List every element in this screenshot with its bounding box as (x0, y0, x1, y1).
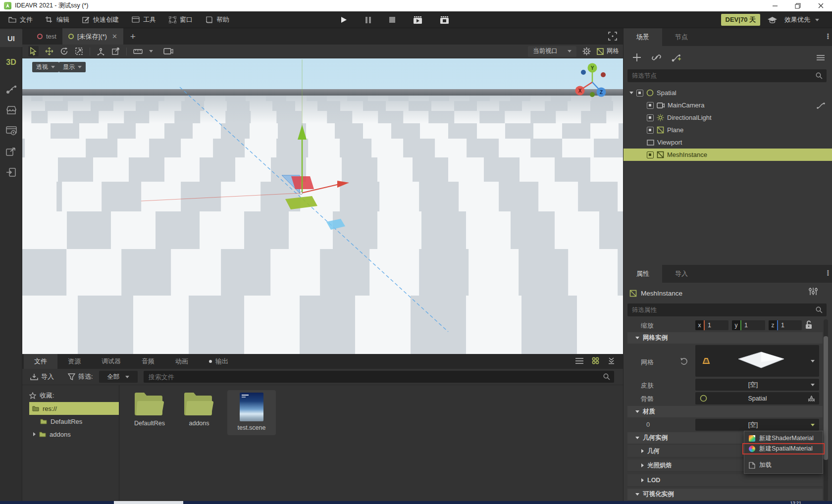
camera-preview-button[interactable] (163, 48, 173, 54)
menu-item-new-spatialmaterial[interactable]: 新建SpatialMaterial (744, 444, 823, 454)
dock-tab-output[interactable]: 输出 (199, 354, 239, 369)
instance-scene-link-icon[interactable] (652, 53, 661, 61)
display-dropdown[interactable]: 显示 (59, 62, 86, 72)
file-tile-defaultres[interactable]: DefaultRes (128, 390, 171, 427)
tab-unsaved[interactable]: [未保存](*) ✕ (62, 28, 123, 45)
ruler-dropdown-caret[interactable] (149, 50, 153, 52)
import-files-button[interactable]: 导入 (30, 372, 54, 381)
panel-menu-icon[interactable]: ••• (827, 270, 829, 276)
project-settings-button[interactable] (0, 120, 22, 141)
menu-tools[interactable]: 工具 (125, 11, 162, 28)
mode-ui-button[interactable]: UI (0, 29, 22, 47)
tab-properties[interactable]: 属性 (624, 265, 662, 283)
asset-store-button[interactable] (0, 100, 22, 120)
tree-item-res-root[interactable]: res:// (22, 402, 119, 415)
visibility-toggle[interactable] (647, 102, 654, 109)
scene-menu-icon[interactable] (817, 54, 825, 61)
collapsed-arrow-icon[interactable] (33, 432, 36, 436)
scrollbar-thumb[interactable] (824, 336, 828, 460)
play-scene-button[interactable] (414, 16, 422, 24)
favorites-item[interactable]: 收藏: (22, 389, 119, 402)
tree-node-plane[interactable]: Plane (624, 124, 832, 136)
filter-type-dropdown[interactable]: 全部 (99, 371, 138, 383)
node-graph-button[interactable] (0, 79, 22, 100)
selected-root-row[interactable]: res:// (29, 402, 119, 415)
tree-item-defaultres[interactable]: DefaultRes (22, 415, 119, 428)
scale-y-field[interactable]: y 1 (732, 320, 765, 330)
menu-item-new-shadermaterial[interactable]: 新建ShaderMaterial (744, 433, 823, 444)
tree-item-addons[interactable]: addons (22, 428, 119, 441)
new-tab-button[interactable]: + (123, 28, 143, 45)
dock-tab-debugger[interactable]: 调试器 (91, 354, 131, 369)
lock-unlocked-icon[interactable] (805, 320, 813, 330)
panel-menu-icon[interactable]: ••• (827, 34, 829, 40)
visibility-toggle[interactable] (647, 127, 654, 134)
menu-quick-create[interactable]: 快速创建 (76, 11, 125, 28)
tab-test[interactable]: test (31, 28, 62, 45)
property-filter-input[interactable] (627, 303, 827, 316)
attach-node-icon[interactable] (672, 53, 681, 62)
inspector-scrollbar[interactable] (824, 319, 828, 501)
dev-license-badge[interactable]: DEV|70 天 (721, 14, 760, 26)
menu-help[interactable]: 帮助 (199, 11, 236, 28)
mode-3d-button[interactable]: 3D (0, 54, 22, 71)
orientation-gizmo[interactable]: Y X Z (572, 61, 611, 100)
material-value-dropdown[interactable]: [空] (695, 419, 819, 431)
minimize-button[interactable] (764, 0, 786, 11)
thumbnail-view-icon[interactable] (592, 357, 599, 364)
tree-node-viewport[interactable]: Viewport (624, 136, 832, 149)
scale-x-field[interactable]: x 1 (695, 320, 728, 330)
dock-tab-files[interactable]: 文件 (24, 354, 57, 369)
local-space-button[interactable] (111, 47, 120, 55)
scale-tool-button[interactable] (75, 47, 83, 55)
section-lod[interactable]: LOD (627, 474, 823, 487)
restore-button[interactable] (786, 0, 809, 11)
current-viewport-dropdown[interactable]: 当前视口 (528, 46, 576, 57)
tab-node[interactable]: 节点 (662, 28, 701, 46)
scale-z-field[interactable]: z 1 (769, 320, 802, 330)
rotate-tool-button[interactable] (60, 47, 68, 55)
skin-value-dropdown[interactable]: [空] (695, 379, 819, 391)
tree-node-maincamera[interactable]: MainCamera (624, 99, 832, 111)
taskbar-item[interactable] (114, 501, 183, 504)
ruler-tool-button[interactable] (133, 48, 143, 55)
play-custom-scene-button[interactable] (440, 16, 449, 24)
file-search-input[interactable] (144, 371, 614, 383)
tree-node-meshinstance[interactable]: MeshInstance (624, 149, 832, 161)
section-visual-instance[interactable]: 可视化实例 (627, 489, 823, 500)
connection-icon[interactable] (817, 102, 826, 109)
dock-tab-resources[interactable]: 资源 (57, 354, 91, 369)
menu-file[interactable]: 文件 (2, 11, 39, 28)
menu-window[interactable]: 窗口 (162, 11, 199, 28)
viewport-settings-gear-icon[interactable] (582, 47, 591, 55)
export-button[interactable] (0, 141, 22, 162)
taskbar-clock[interactable]: 13:21 (790, 501, 801, 504)
visibility-toggle[interactable] (636, 90, 643, 97)
perspective-dropdown[interactable]: 透视 (32, 62, 59, 72)
list-view-icon[interactable] (575, 357, 583, 364)
reset-property-icon[interactable] (680, 357, 688, 365)
import-button[interactable] (0, 162, 22, 183)
tab-import[interactable]: 导入 (662, 265, 701, 283)
close-button[interactable] (809, 0, 832, 11)
add-node-icon[interactable] (632, 53, 641, 62)
tab-scene[interactable]: 场景 (624, 28, 662, 46)
close-tab-icon[interactable]: ✕ (112, 33, 117, 40)
quality-mode-dropdown[interactable]: 效果优先 (784, 15, 819, 24)
tree-node-spatial[interactable]: Spatial (624, 87, 832, 99)
play-button[interactable] (341, 16, 347, 23)
tree-node-directionallight[interactable]: DirectionalLight (624, 111, 832, 124)
file-tile-test-scene[interactable]: test.scene (227, 390, 276, 435)
skeleton-value-field[interactable]: Spatial (695, 392, 819, 404)
collapse-dock-icon[interactable] (608, 357, 615, 364)
select-tool-button[interactable] (28, 46, 39, 56)
transform-gizmo[interactable] (22, 58, 623, 354)
viewport-3d[interactable]: 透视 显示 Y X Z (22, 58, 623, 354)
expand-viewport-button[interactable] (608, 32, 617, 41)
section-mesh-instance[interactable]: 网格实例 (627, 332, 823, 344)
dock-tab-animation[interactable]: 动画 (165, 354, 199, 369)
section-material[interactable]: 材质 (627, 406, 823, 417)
stop-button[interactable] (389, 17, 395, 23)
visibility-toggle[interactable] (647, 151, 654, 158)
menu-edit[interactable]: 编辑 (39, 11, 76, 28)
